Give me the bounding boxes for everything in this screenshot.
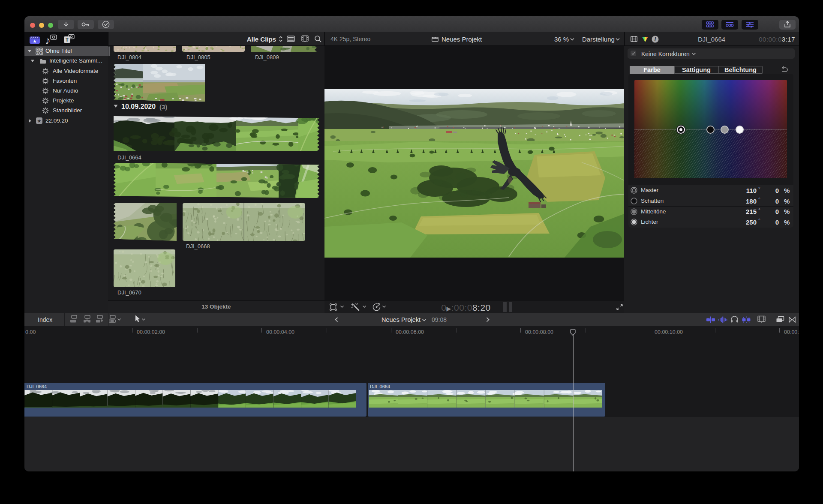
svg-text:★: ★ [40,51,42,54]
svg-text:★: ★ [36,51,39,54]
svg-text:★: ★ [37,118,42,123]
svg-text:★: ★ [36,48,39,51]
svg-text:T: T [66,37,69,43]
svg-text:♪: ♪ [46,34,51,45]
svg-text:★: ★ [40,48,42,51]
svg-text:★: ★ [33,39,37,44]
